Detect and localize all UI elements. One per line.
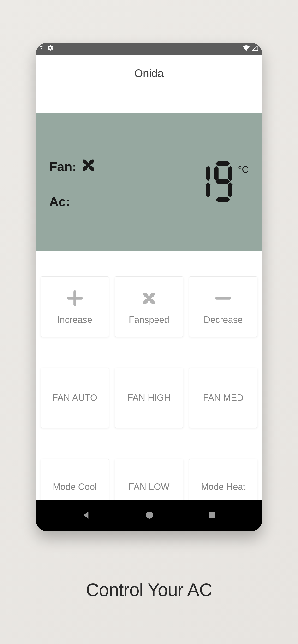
app-header: Onida [36, 54, 262, 92]
svg-marker-5 [228, 166, 232, 181]
display-left: Fan: Ac: [49, 155, 98, 209]
fan-icon [139, 288, 159, 309]
gear-icon [47, 44, 54, 53]
svg-marker-3 [216, 161, 230, 166]
svg-marker-7 [228, 182, 232, 197]
increase-label: Increase [57, 315, 92, 325]
fanspeed-button[interactable]: Fanspeed [115, 276, 183, 337]
plus-icon [65, 288, 85, 309]
fan-med-button[interactable]: FAN MED [189, 368, 257, 428]
page-title: Onida [134, 67, 164, 80]
temperature-value [196, 161, 237, 203]
controls-grid: Increase Fanspeed Decrease FAN AUTO [36, 251, 262, 532]
mode-heat-label: Mode Heat [201, 482, 245, 492]
cellular-icon [252, 45, 258, 52]
display-panel: Fan: Ac: [36, 113, 262, 251]
back-button[interactable] [82, 510, 91, 521]
svg-marker-6 [216, 179, 230, 184]
fan-high-label: FAN HIGH [127, 393, 170, 403]
temperature-unit: °C [238, 164, 249, 175]
fan-label: Fan: [49, 159, 77, 174]
increase-button[interactable]: Increase [41, 276, 109, 337]
svg-marker-4 [214, 166, 218, 181]
subheader-spacer [36, 92, 262, 113]
svg-point-13 [146, 512, 153, 519]
minus-icon [213, 288, 233, 309]
phone-frame: 7 Onida Fan: [36, 43, 262, 532]
ac-label: Ac: [49, 194, 70, 209]
decrease-label: Decrease [204, 315, 243, 325]
android-nav-bar [36, 500, 262, 532]
ac-status-row: Ac: [49, 194, 98, 209]
svg-rect-14 [209, 512, 215, 518]
svg-marker-1 [206, 166, 210, 181]
display-right: °C [196, 161, 249, 203]
fanspeed-label: Fanspeed [129, 315, 169, 325]
fan-auto-label: FAN AUTO [52, 393, 97, 403]
home-button[interactable] [145, 510, 154, 521]
fan-icon [78, 155, 98, 178]
svg-marker-2 [206, 182, 210, 197]
status-right [243, 45, 258, 52]
status-bar: 7 [36, 43, 262, 54]
status-time-fragment: 7 [40, 45, 43, 52]
recents-button[interactable] [208, 511, 216, 520]
svg-marker-8 [216, 198, 230, 202]
fan-high-button[interactable]: FAN HIGH [115, 368, 183, 428]
fan-med-label: FAN MED [203, 393, 244, 403]
fan-status-row: Fan: [49, 155, 98, 178]
mode-cool-label: Mode Cool [53, 482, 97, 492]
status-left: 7 [40, 44, 54, 53]
wifi-icon [243, 45, 250, 52]
fan-auto-button[interactable]: FAN AUTO [41, 368, 109, 428]
marketing-caption: Control Your AC [86, 579, 212, 600]
decrease-button[interactable]: Decrease [189, 276, 257, 337]
fan-low-label: FAN LOW [128, 482, 169, 492]
